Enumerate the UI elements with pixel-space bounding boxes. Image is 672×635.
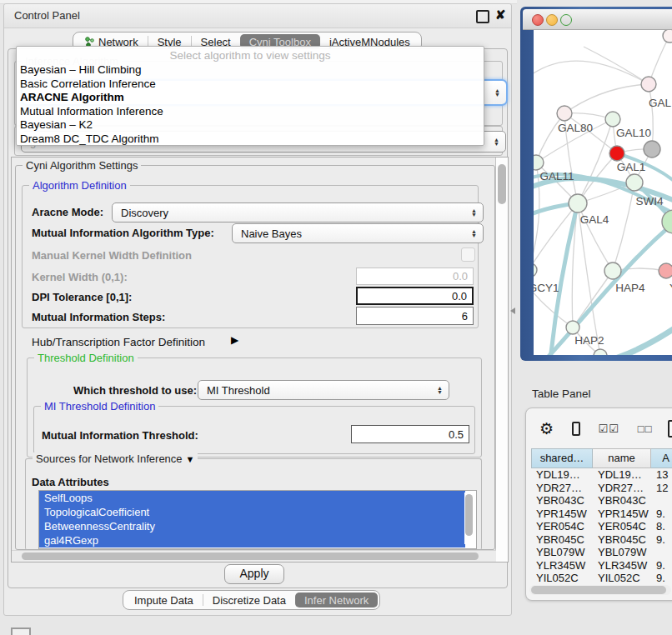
data-attribute-item[interactable]: TopologicalCoefficient: [39, 505, 465, 519]
algorithm-option[interactable]: Bayesian – K2: [17, 118, 484, 132]
table-row[interactable]: YIL052CYIL052C9.: [531, 572, 672, 585]
tab-impute-data[interactable]: Impute Data: [125, 592, 203, 608]
scrollbar-thumb[interactable]: [531, 586, 666, 594]
float-icon[interactable]: [476, 10, 489, 23]
network-edge[interactable]: [613, 182, 634, 271]
expand-arrow-icon[interactable]: ▶: [231, 334, 238, 346]
manual-kernel-width-checkbox[interactable]: [461, 248, 475, 262]
table-cell: YDR27…: [593, 482, 651, 495]
table-body: YDL19…YDL19…13YDR27…YDR27…12YBR043CYBR04…: [531, 468, 672, 585]
list-vertical-scrollbar[interactable]: [464, 492, 474, 544]
kernel-width-input[interactable]: [356, 268, 474, 285]
table-row[interactable]: YDL19…YDL19…13: [531, 468, 672, 482]
network-edge[interactable]: [534, 162, 539, 270]
minimize-traffic-light-icon[interactable]: [546, 14, 558, 26]
threshold-definition-title: Threshold Definition: [34, 352, 138, 364]
splitter-collapse-arrow-icon[interactable]: [510, 308, 515, 314]
network-edge[interactable]: [534, 61, 649, 84]
settings-scrollpane: Cyni Algorithm Settings Algorithm Defini…: [11, 157, 509, 562]
table-column-header[interactable]: name: [593, 448, 651, 468]
table-row[interactable]: YBR045CYBR045C9.: [531, 533, 672, 547]
gear-icon[interactable]: ⚙: [539, 419, 554, 438]
table-row[interactable]: YBR043CYBR043C: [531, 494, 672, 508]
table-row[interactable]: YLR345WYLR345W9.: [531, 559, 672, 572]
network-node[interactable]: [604, 262, 621, 279]
algorithm-option[interactable]: Dream8 DC_TDC Algorithm: [17, 132, 484, 147]
table-row[interactable]: YBL079WYBL079W: [531, 546, 672, 559]
network-edge[interactable]: [564, 84, 649, 113]
zoom-traffic-light-icon[interactable]: [560, 14, 572, 26]
close-traffic-light-icon[interactable]: [532, 14, 544, 26]
algorithm-option[interactable]: ARACNE Algorithm: [17, 91, 484, 105]
data-attribute-item[interactable]: BetweennessCentrality: [39, 519, 465, 533]
table-cell: 9.: [651, 533, 672, 547]
network-edge-highlighted[interactable]: [545, 223, 672, 355]
table-column-header[interactable]: shared…: [531, 448, 593, 468]
algorithm-option[interactable]: Mutual Information Inference: [17, 105, 484, 119]
network-node[interactable]: [626, 174, 643, 191]
control-panel-titlebar[interactable]: Control Panel ✘: [4, 4, 511, 28]
network-node-label: GAL1: [617, 161, 646, 173]
aracne-mode-combo[interactable]: Discovery ▲▼: [112, 202, 484, 222]
data-attribute-item[interactable]: gal4RGexp: [39, 533, 465, 548]
table-row[interactable]: YDR27…YDR27…12: [531, 482, 672, 495]
network-canvas[interactable]: GALGAL80GAL10GAL1GAL11SWI4GAL4GCY1HAP4YH…: [534, 30, 672, 355]
select-all-checkboxes-icon[interactable]: ☑☑: [599, 422, 619, 435]
network-node[interactable]: [569, 194, 587, 212]
table-cell: [651, 546, 672, 559]
apply-button[interactable]: Apply: [224, 564, 284, 584]
network-edge[interactable]: [649, 84, 653, 149]
network-edge[interactable]: [573, 271, 613, 328]
dpi-tolerance-label: DPI Tolerance [0,1]:: [32, 291, 132, 303]
columns-icon[interactable]: [572, 422, 579, 436]
scrollbar-thumb[interactable]: [22, 552, 479, 560]
mi-steps-input[interactable]: [356, 307, 474, 325]
manual-kernel-width-label: Manual Kernel Width Definition: [32, 249, 192, 262]
table-column-header[interactable]: A: [651, 448, 672, 468]
network-edge[interactable]: [536, 113, 564, 162]
network-node[interactable]: [594, 349, 607, 355]
algorithm-dropdown-popup: Select algorithm to view settings Bayesi…: [16, 46, 484, 146]
close-icon[interactable]: ✘: [495, 8, 506, 22]
scrollbar-thumb[interactable]: [498, 164, 506, 204]
combo-arrows-icon: ▲▼: [489, 88, 506, 97]
table-row[interactable]: YPR145WYPR145W9.: [531, 508, 672, 521]
table-horizontal-scrollbar[interactable]: [529, 585, 671, 595]
network-node[interactable]: [609, 146, 624, 161]
mi-threshold-input[interactable]: [351, 425, 469, 443]
network-node[interactable]: [641, 77, 656, 92]
data-attribute-item[interactable]: SelfLoops: [39, 491, 465, 505]
network-edge[interactable]: [578, 203, 600, 355]
network-node[interactable]: [644, 141, 660, 158]
tab-infer-network[interactable]: Infer Network: [295, 592, 378, 608]
cyni-algorithm-settings-title: Cyni Algorithm Settings: [23, 159, 141, 172]
network-node[interactable]: [534, 155, 544, 170]
settings-vertical-scrollbar[interactable]: [495, 158, 508, 562]
tab-discretize-data[interactable]: Discretize Data: [203, 592, 295, 608]
mi-algorithm-type-combo[interactable]: Naive Bayes ▲▼: [232, 223, 484, 243]
table-row[interactable]: YER054CYER054C8.: [531, 520, 672, 533]
network-node[interactable]: [566, 321, 579, 334]
dpi-tolerance-input[interactable]: [356, 287, 474, 305]
network-node[interactable]: [663, 30, 672, 42]
network-window-titlebar[interactable]: [523, 9, 672, 30]
algorithm-option[interactable]: Bayesian – Hill Climbing: [17, 63, 484, 78]
network-node[interactable]: [605, 112, 620, 127]
deselect-all-checkboxes-icon[interactable]: □□: [638, 422, 653, 435]
network-node[interactable]: [557, 106, 572, 121]
settings-horizontal-scrollbar[interactable]: [12, 550, 496, 562]
table-cell: 13: [651, 468, 672, 482]
algorithm-option[interactable]: Basic Correlation Inference: [17, 78, 484, 92]
data-attributes-label: Data Attributes: [32, 476, 109, 488]
collapse-arrow-icon[interactable]: ▼: [186, 454, 195, 464]
network-node[interactable]: [534, 263, 537, 277]
which-threshold-combo[interactable]: MI Threshold ▲▼: [198, 380, 449, 400]
table-cell: [651, 494, 672, 508]
network-node-label: GAL: [649, 97, 672, 109]
table-cell: YPR145W: [531, 508, 593, 521]
network-edge-highlighted[interactable]: [610, 327, 672, 355]
document-icon[interactable]: [668, 420, 672, 438]
network-node[interactable]: [659, 263, 672, 278]
network-view-window[interactable]: GALGAL80GAL10GAL1GAL11SWI4GAL4GCY1HAP4YH…: [520, 7, 672, 361]
scrollbar-thumb[interactable]: [465, 494, 473, 536]
